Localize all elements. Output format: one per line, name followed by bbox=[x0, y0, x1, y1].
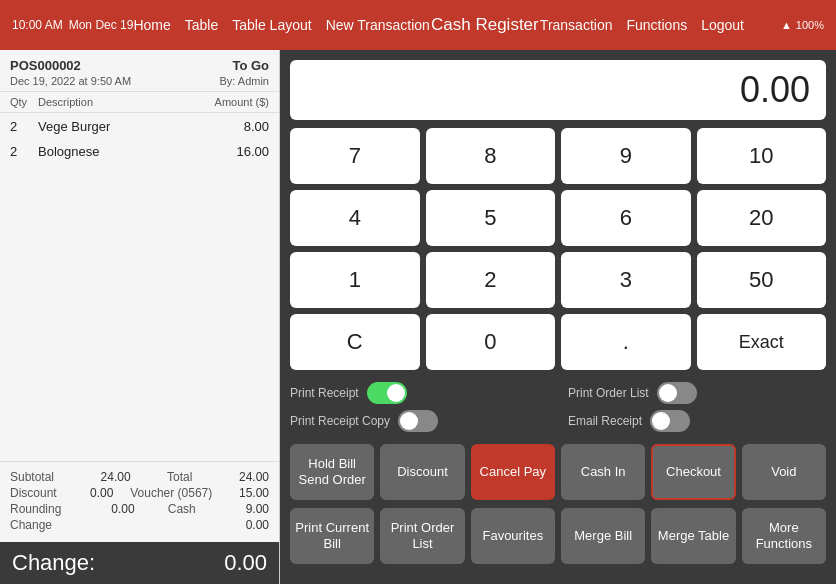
action-btn-merge-bill[interactable]: Merge Bill bbox=[561, 508, 645, 564]
display-value: 0.00 bbox=[740, 69, 810, 111]
subtotal-value: 24.00 bbox=[91, 470, 131, 484]
col-amount-header: Amount ($) bbox=[209, 96, 269, 108]
change-receipt-value: 0.00 bbox=[229, 518, 269, 532]
receipt-item-1: 2 Bolognese 16.00 bbox=[10, 144, 269, 159]
cash-label: Cash bbox=[168, 502, 196, 516]
numpad-btn-20[interactable]: 20 bbox=[697, 190, 827, 246]
numpad-btn-3[interactable]: 3 bbox=[561, 252, 691, 308]
receipt-totals: Subtotal 24.00 Total 24.00 Discount 0.00… bbox=[0, 461, 279, 542]
toggle-switch-2[interactable] bbox=[657, 382, 697, 404]
toggle-label-1: Print Receipt Copy bbox=[290, 414, 390, 428]
nav-functions[interactable]: Functions bbox=[626, 17, 687, 33]
action-btn-cash-in[interactable]: Cash In bbox=[561, 444, 645, 500]
numpad: 789104562012350C0.Exact bbox=[290, 128, 826, 370]
toggle-label-2: Print Order List bbox=[568, 386, 649, 400]
action-btn-merge-table[interactable]: Merge Table bbox=[651, 508, 735, 564]
toggles-row: Print ReceiptPrint Receipt CopyPrint Ord… bbox=[290, 378, 826, 436]
time-display: 10:00 AM bbox=[12, 18, 63, 32]
main-layout: POS000002 To Go Dec 19, 2022 at 9:50 AM … bbox=[0, 50, 836, 584]
action-btn-discount[interactable]: Discount bbox=[380, 444, 464, 500]
subtotal-label: Subtotal bbox=[10, 470, 54, 484]
change-receipt-label: Change bbox=[10, 518, 52, 532]
receipt-items: 2 Vege Burger 8.00 2 Bolognese 16.00 bbox=[0, 113, 279, 461]
numpad-btn-50[interactable]: 50 bbox=[697, 252, 827, 308]
numpad-btn-4[interactable]: 4 bbox=[290, 190, 420, 246]
receipt-item-0: 2 Vege Burger 8.00 bbox=[10, 119, 269, 134]
col-qty-header: Qty bbox=[10, 96, 38, 108]
action-btn-hold-bill-send-order[interactable]: Hold Bill Send Order bbox=[290, 444, 374, 500]
action-btn-void[interactable]: Void bbox=[742, 444, 826, 500]
right-panel: 0.00 789104562012350C0.Exact Print Recei… bbox=[280, 50, 836, 584]
nav-new-transaction[interactable]: New Transaction bbox=[326, 17, 430, 33]
discount-label: Discount bbox=[10, 486, 57, 500]
action-btn-more-functions[interactable]: More Functions bbox=[742, 508, 826, 564]
rounding-label: Rounding bbox=[10, 502, 61, 516]
total-value: 24.00 bbox=[229, 470, 269, 484]
nav-transaction[interactable]: Transaction bbox=[540, 17, 613, 33]
numpad-btn-10[interactable]: 10 bbox=[697, 128, 827, 184]
col-desc-header: Description bbox=[38, 96, 209, 108]
numpad-btn-dot[interactable]: . bbox=[561, 314, 691, 370]
action-btn-print-order-list[interactable]: Print Order List bbox=[380, 508, 464, 564]
voucher-label: Voucher (0567) bbox=[130, 486, 212, 500]
action-btn-favourites[interactable]: Favourites bbox=[471, 508, 555, 564]
nav-home[interactable]: Home bbox=[133, 17, 170, 33]
rounding-row: Rounding 0.00 Cash 9.00 bbox=[10, 502, 269, 516]
item-0-qty: 2 bbox=[10, 119, 38, 134]
toggle-group-2: Print Order List bbox=[568, 382, 826, 404]
action-btn-checkout[interactable]: Checkout bbox=[651, 444, 735, 500]
toggle-group-3: Email Receipt bbox=[568, 410, 826, 432]
nav-logout[interactable]: Logout bbox=[701, 17, 744, 33]
toggle-switch-3[interactable] bbox=[650, 410, 690, 432]
action-btn-print-current-bill[interactable]: Print Current Bill bbox=[290, 508, 374, 564]
numpad-btn-0[interactable]: 0 bbox=[426, 314, 556, 370]
numpad-btn-5[interactable]: 5 bbox=[426, 190, 556, 246]
toggle-switch-1[interactable] bbox=[398, 410, 438, 432]
rounding-value: 0.00 bbox=[95, 502, 135, 516]
status-bar: 10:00 AM Mon Dec 19 bbox=[12, 18, 133, 32]
numpad-btn-7[interactable]: 7 bbox=[290, 128, 420, 184]
change-row: Change: 0.00 bbox=[0, 542, 279, 584]
nav-table-layout[interactable]: Table Layout bbox=[232, 17, 311, 33]
receipt-date: Dec 19, 2022 at 9:50 AM bbox=[10, 75, 131, 87]
item-1-price: 16.00 bbox=[209, 144, 269, 159]
item-0-price: 8.00 bbox=[209, 119, 269, 134]
numpad-btn-1[interactable]: 1 bbox=[290, 252, 420, 308]
toggle-group-0: Print Receipt bbox=[290, 382, 548, 404]
item-1-qty: 2 bbox=[10, 144, 38, 159]
receipt-by: By: Admin bbox=[219, 75, 269, 87]
item-0-desc: Vege Burger bbox=[38, 119, 209, 134]
discount-row: Discount 0.00 Voucher (0567) 15.00 bbox=[10, 486, 269, 500]
numpad-btn-6[interactable]: 6 bbox=[561, 190, 691, 246]
discount-value: 0.00 bbox=[73, 486, 113, 500]
toggle-label-3: Email Receipt bbox=[568, 414, 642, 428]
to-go-badge: To Go bbox=[232, 58, 269, 73]
numpad-btn-9[interactable]: 9 bbox=[561, 128, 691, 184]
nav-table[interactable]: Table bbox=[185, 17, 218, 33]
date-display: Mon Dec 19 bbox=[69, 18, 134, 32]
change-label: Change: bbox=[12, 550, 95, 576]
receipt-header: POS000002 To Go Dec 19, 2022 at 9:50 AM … bbox=[0, 50, 279, 92]
status-icons: ▲ 100% bbox=[744, 19, 824, 31]
action-btn-cancel-pay[interactable]: Cancel Pay bbox=[471, 444, 555, 500]
item-1-desc: Bolognese bbox=[38, 144, 209, 159]
numpad-btn-8[interactable]: 8 bbox=[426, 128, 556, 184]
action-row-1: Hold Bill Send OrderDiscountCancel PayCa… bbox=[290, 444, 826, 500]
wifi-icon: ▲ bbox=[781, 19, 792, 31]
change-value: 0.00 bbox=[224, 550, 267, 576]
numpad-btn-exact[interactable]: Exact bbox=[697, 314, 827, 370]
app-title: Cash Register bbox=[430, 15, 540, 35]
numpad-btn-2[interactable]: 2 bbox=[426, 252, 556, 308]
cash-value: 9.00 bbox=[229, 502, 269, 516]
subtotal-row: Subtotal 24.00 Total 24.00 bbox=[10, 470, 269, 484]
toggle-group-1: Print Receipt Copy bbox=[290, 410, 548, 432]
voucher-value: 15.00 bbox=[229, 486, 269, 500]
receipt-panel: POS000002 To Go Dec 19, 2022 at 9:50 AM … bbox=[0, 50, 280, 584]
toggle-switch-0[interactable] bbox=[367, 382, 407, 404]
pos-number: POS000002 bbox=[10, 58, 81, 73]
numpad-btn-c[interactable]: C bbox=[290, 314, 420, 370]
total-label: Total bbox=[167, 470, 192, 484]
amount-display: 0.00 bbox=[290, 60, 826, 120]
top-bar: 10:00 AM Mon Dec 19 Home Table Table Lay… bbox=[0, 0, 836, 50]
action-row-2: Print Current BillPrint Order ListFavour… bbox=[290, 508, 826, 564]
